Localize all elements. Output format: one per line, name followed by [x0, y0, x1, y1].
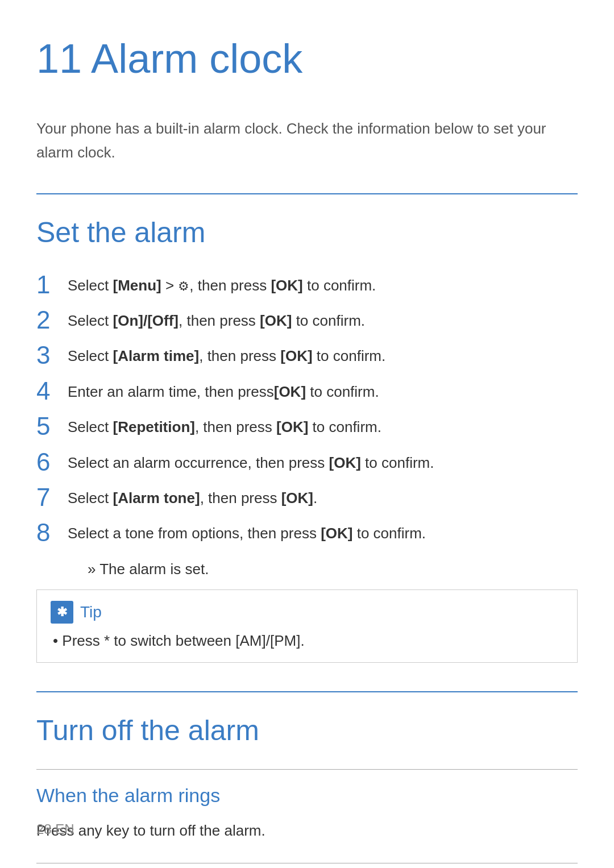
when-rings-body: Press any key to turn off the alarm.	[36, 819, 578, 843]
step-3-ok: [OK]	[280, 347, 312, 364]
step-3-number: 3	[36, 342, 68, 369]
when-rings-divider	[36, 769, 578, 770]
tip-label: Tip	[80, 600, 102, 624]
step-7: 7 Select [Alarm tone], then press [OK].	[36, 484, 578, 511]
when-rings-block: When the alarm rings Press any key to tu…	[36, 769, 578, 843]
set-alarm-section: Set the alarm 1 Select [Menu] > ⚙, then …	[36, 211, 578, 663]
set-alarm-title: Set the alarm	[36, 211, 578, 254]
step-5-repetition: [Repetition]	[113, 418, 195, 435]
step-6-content: Select an alarm occurrence, then press […	[68, 448, 578, 474]
step-4-number: 4	[36, 377, 68, 405]
step-2-number: 2	[36, 306, 68, 334]
when-rings-title: When the alarm rings	[36, 781, 578, 810]
step-1-gear-icon: ⚙	[178, 277, 189, 296]
step-1-menu: [Menu]	[113, 277, 161, 294]
tip-ampm: [AM]/[PM]	[235, 632, 300, 649]
before-rings-divider	[36, 863, 578, 863]
step-4: 4 Enter an alarm time, then press[OK] to…	[36, 377, 578, 405]
set-alarm-divider	[36, 193, 578, 194]
page-footer: 28 EN	[36, 819, 74, 840]
step-1-number: 1	[36, 271, 68, 298]
step-4-ok: [OK]	[274, 383, 306, 400]
step-5-number: 5	[36, 413, 68, 440]
tip-list: Press * to switch between [AM]/[PM].	[53, 630, 563, 652]
step-1-content: Select [Menu] > ⚙, then press [OK] to co…	[68, 271, 578, 297]
step-1: 1 Select [Menu] > ⚙, then press [OK] to …	[36, 271, 578, 298]
before-rings-block: Before the alarm rings Select [Menu] > ⚙…	[36, 863, 578, 868]
step-3-content: Select [Alarm time], then press [OK] to …	[68, 342, 578, 367]
step-7-content: Select [Alarm tone], then press [OK].	[68, 484, 578, 509]
step-8-content: Select a tone from options, then press […	[68, 519, 578, 545]
step-2-ok: [OK]	[260, 312, 292, 329]
step-6: 6 Select an alarm occurrence, then press…	[36, 448, 578, 476]
step-5: 5 Select [Repetition], then press [OK] t…	[36, 413, 578, 440]
step-8-number: 8	[36, 519, 68, 546]
tip-content: Press * to switch between [AM]/[PM].	[51, 630, 563, 652]
step-7-number: 7	[36, 484, 68, 511]
step-5-content: Select [Repetition], then press [OK] to …	[68, 413, 578, 438]
step-4-content: Enter an alarm time, then press[OK] to c…	[68, 377, 578, 403]
turn-off-alarm-title: Turn off the alarm	[36, 709, 578, 752]
step-2-content: Select [On]/[Off], then press [OK] to co…	[68, 306, 578, 332]
page-title: 11 Alarm clock	[36, 34, 578, 83]
tip-header: ✱ Tip	[51, 600, 563, 624]
turn-off-alarm-divider	[36, 691, 578, 692]
step-6-number: 6	[36, 448, 68, 476]
tip-box: ✱ Tip Press * to switch between [AM]/[PM…	[36, 589, 578, 663]
step-7-ok: [OK]	[281, 489, 313, 506]
step-3: 3 Select [Alarm time], then press [OK] t…	[36, 342, 578, 369]
tip-item: Press * to switch between [AM]/[PM].	[53, 630, 563, 652]
step-2: 2 Select [On]/[Off], then press [OK] to …	[36, 306, 578, 334]
step-8-ok: [OK]	[321, 525, 352, 542]
step-7-alarmtone: [Alarm tone]	[113, 489, 200, 506]
step-3-alarmtime: [Alarm time]	[113, 347, 200, 364]
intro-text: Your phone has a built-in alarm clock. C…	[36, 117, 578, 164]
set-alarm-steps: 1 Select [Menu] > ⚙, then press [OK] to …	[36, 271, 578, 547]
step-6-ok: [OK]	[329, 454, 361, 471]
step-2-onoff: [On]/[Off]	[113, 312, 179, 329]
turn-off-alarm-section: Turn off the alarm When the alarm rings …	[36, 709, 578, 868]
tip-icon: ✱	[51, 601, 73, 624]
step-5-ok: [OK]	[276, 418, 308, 435]
set-alarm-result: The alarm is set.	[88, 558, 578, 580]
step-1-ok: [OK]	[271, 277, 302, 294]
step-8: 8 Select a tone from options, then press…	[36, 519, 578, 546]
tip-star-icon: ✱	[57, 603, 67, 621]
